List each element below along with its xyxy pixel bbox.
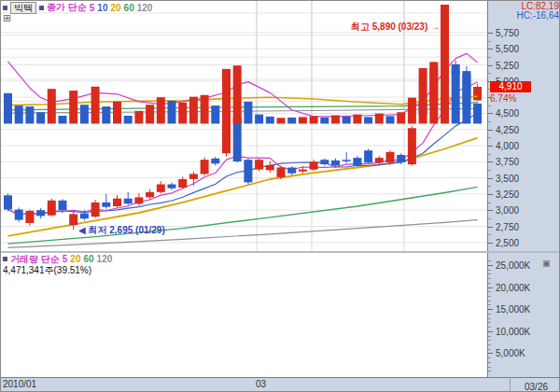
price-tick-label: 5,500 (496, 44, 519, 54)
stock-chart-window: 빅텍 종가 단순 5 10 20 60 120 ⊞ 최고 5,890 (03/2… (0, 0, 560, 392)
major-tick (488, 178, 493, 179)
price-tick-label: 4,500 (496, 108, 519, 119)
major-tick (488, 146, 493, 147)
price-tick-label: 5,250 (496, 61, 519, 71)
volume-tick-label: 10,000K (496, 327, 530, 337)
low-annotation: ◀ 최저 2,695 (01/29) (78, 224, 165, 237)
change-percent: 6.74% (490, 93, 533, 104)
minor-tick (488, 57, 491, 58)
legend-ma5[interactable]: 5 (90, 3, 95, 13)
major-tick (488, 130, 493, 131)
price-tick-label: 3,750 (496, 157, 519, 167)
major-tick (488, 65, 493, 66)
minor-tick (488, 336, 491, 337)
minor-tick (488, 314, 491, 315)
minor-tick (488, 327, 491, 328)
volume-legend: 거래량 단순 5 20 60 120 4,471,341주(39.51%) (3, 254, 112, 277)
legend-vma20[interactable]: 20 (70, 254, 80, 264)
date-label-end-cell: 03/26 (510, 377, 560, 392)
minor-tick (488, 203, 491, 203)
date-axis[interactable] (1, 377, 560, 392)
price-legend-title: 종가 단순 (47, 1, 87, 14)
minor-tick (488, 304, 491, 305)
major-tick (488, 243, 493, 244)
major-tick (488, 194, 493, 195)
minor-tick (488, 322, 491, 323)
legend-ma10[interactable]: 10 (97, 3, 107, 13)
minor-tick (488, 41, 491, 42)
minor-tick (488, 283, 491, 284)
volume-tick-label: 15,000K (496, 304, 530, 315)
symbol-chip[interactable]: 빅텍 (10, 2, 36, 14)
price-axis[interactable]: LC:82,19 HC:-16,64 5,7505,5005,2505,0004… (487, 1, 560, 251)
minor-tick (488, 278, 491, 279)
arrow-left-icon: ◀ (78, 225, 86, 235)
minor-tick (488, 344, 491, 345)
major-tick (488, 265, 493, 266)
major-tick (488, 227, 493, 228)
price-tick-label: 2,750 (496, 222, 519, 232)
price-tick-label: 5,750 (496, 28, 519, 38)
major-tick (488, 33, 493, 34)
legend-ma120[interactable]: 120 (137, 3, 153, 13)
minor-tick (488, 296, 491, 297)
legend-ma60[interactable]: 60 (124, 3, 134, 13)
low-annotation-text: 최저 2,695 (01/29) (88, 225, 164, 235)
minor-tick (488, 371, 491, 371)
arrow-right-icon: → (430, 21, 440, 32)
price-legend: 빅텍 종가 단순 5 10 20 60 120 (3, 2, 152, 13)
minor-tick (488, 362, 491, 363)
minor-tick (488, 260, 491, 261)
legend-vma120[interactable]: 120 (97, 254, 113, 264)
minor-tick (488, 367, 491, 368)
grid-icon[interactable]: ⊞ (3, 13, 11, 22)
major-tick (488, 161, 493, 162)
minor-tick (488, 340, 491, 341)
minor-tick (488, 234, 491, 235)
minor-tick (488, 349, 491, 350)
high-annotation-text: 최고 5,890 (03/23) (351, 21, 427, 32)
minor-tick (488, 218, 491, 219)
current-price-tag: 4,910 (490, 81, 531, 92)
bullet-icon (3, 6, 7, 10)
minor-tick (488, 121, 491, 122)
volume-tick-label: 25,000K (496, 260, 530, 271)
volume-tick-label: 20,000K (496, 283, 530, 293)
minor-tick (488, 105, 491, 106)
major-tick (488, 287, 493, 288)
price-tick-label: 2,500 (496, 238, 519, 248)
major-tick (488, 353, 493, 354)
legend-vma5[interactable]: 5 (63, 254, 68, 264)
volume-stat: 4,471,341주(39.51%) (3, 264, 112, 277)
legend-vma60[interactable]: 60 (83, 254, 93, 264)
panel-divider[interactable] (1, 251, 560, 253)
minor-tick (488, 154, 491, 155)
minor-tick (488, 170, 491, 171)
major-tick (488, 210, 493, 211)
volume-ma-lines-group (8, 53, 478, 117)
date-label-end: 03/26 (525, 382, 548, 392)
legend-ma20[interactable]: 20 (110, 3, 120, 13)
minor-tick (488, 357, 491, 358)
minor-tick (488, 291, 491, 292)
major-tick (488, 49, 493, 49)
price-tick-label: 3,500 (496, 174, 519, 184)
volume-chart-canvas[interactable] (1, 1, 487, 125)
major-tick (488, 309, 493, 310)
panel-settings-icon[interactable]: ▣ (542, 259, 551, 268)
major-tick (488, 113, 493, 114)
bullet-icon (39, 6, 44, 10)
date-label-march: 03 (256, 379, 266, 389)
hc-value: HC:-16,64 (516, 10, 559, 21)
minor-tick (488, 73, 491, 74)
price-tick-label: 4,000 (496, 141, 519, 151)
major-tick (488, 331, 493, 332)
minor-tick (488, 273, 491, 274)
price-tick-label: 4,250 (496, 125, 519, 135)
minor-tick (488, 318, 491, 319)
minor-tick (488, 270, 491, 271)
high-annotation: 최고 5,890 (03/23) → (351, 21, 440, 34)
volume-axis[interactable]: ▣ 25,000K20,000K15,000K10,000K5,000K (487, 253, 560, 377)
volume-tick-label: 5,000K (496, 348, 525, 358)
price-tick-label: 3,250 (496, 189, 519, 200)
